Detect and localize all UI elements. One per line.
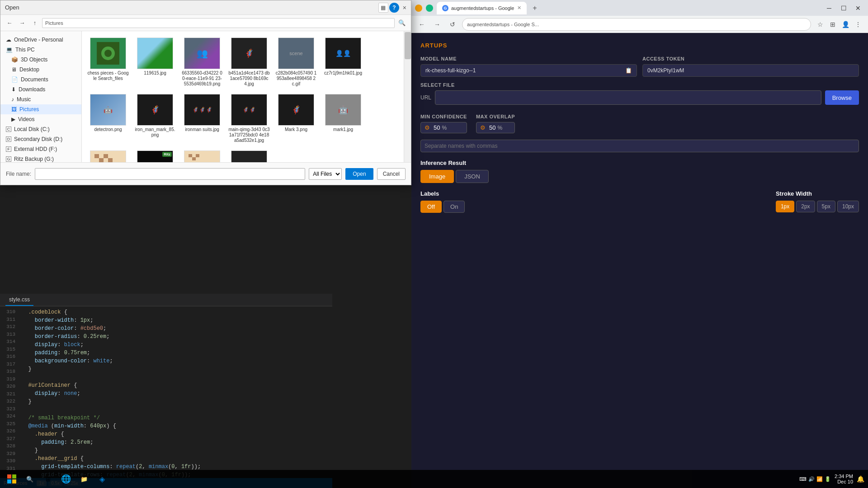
file-item[interactable]: scene c282b084c057490 1953a8ee4898458 2c… bbox=[274, 35, 319, 89]
file-item[interactable]: 119615.jpg bbox=[132, 35, 178, 89]
tab-close-button[interactable]: ✕ bbox=[517, 5, 521, 11]
file-item[interactable]: 🦸 Mark 3.png bbox=[274, 91, 319, 146]
sidebar-item-videos[interactable]: ▶ Videos bbox=[0, 114, 81, 124]
file-item[interactable]: Ritz +3 Ritz detection.png bbox=[132, 148, 178, 162]
taskbar-right: ⌨ 🔊 📶 🔋 2:34 PM Dec 10 🔔 bbox=[799, 474, 864, 484]
browser-tab[interactable]: G augmentedstartups - Google S... ✕ bbox=[437, 2, 527, 14]
search-taskbar-button[interactable]: 🔍 bbox=[22, 471, 38, 487]
file-item[interactable]: 🦸🦸🦸 ironman suits.jpg bbox=[179, 91, 225, 146]
window-minimize-button[interactable]: ─ bbox=[823, 2, 835, 14]
stroke-1px-button[interactable]: 1px bbox=[776, 201, 794, 212]
nav-back-button[interactable]: ← bbox=[4, 18, 15, 28]
taskbar-clock[interactable]: 2:34 PM Dec 10 bbox=[835, 474, 853, 484]
sidebar-item-secondary-d[interactable]: D Secondary Disk (D:) bbox=[0, 134, 81, 144]
code-text[interactable]: .codeblock { border-width: 1px; border-c… bbox=[18, 306, 332, 488]
file-thumbnail: 🦸🦸 bbox=[231, 94, 267, 126]
file-item[interactable]: 🤖 detectron.png bbox=[85, 91, 131, 146]
edge-button[interactable]: 🌐 bbox=[58, 471, 74, 487]
forward-button[interactable]: → bbox=[431, 19, 443, 30]
labels-off-button[interactable]: Off bbox=[420, 201, 442, 213]
select-file-section: Select File URL Browse bbox=[420, 82, 859, 105]
drive-icon: C bbox=[6, 127, 11, 132]
nav-up-button[interactable]: ↑ bbox=[29, 18, 40, 28]
code-editor: style.css 310311312313314 31531631731831… bbox=[0, 294, 332, 488]
nav-forward-button[interactable]: → bbox=[17, 18, 28, 28]
filename-input[interactable] bbox=[35, 168, 305, 180]
sidebar-item-external-f[interactable]: F External HDD (F:) bbox=[0, 144, 81, 154]
file-item[interactable]: chess pieces - Google Search_files bbox=[85, 35, 131, 89]
file-item[interactable]: 👥 social distancing gif.gif bbox=[226, 148, 272, 162]
settings-icon[interactable]: ⋮ bbox=[853, 19, 863, 30]
minimize-button[interactable] bbox=[415, 5, 422, 12]
inference-result-section: Inference Result Image JSON bbox=[420, 160, 859, 183]
sidebar-item-desktop[interactable]: 🖥 Desktop bbox=[0, 65, 81, 75]
back-button[interactable]: ← bbox=[416, 19, 428, 30]
pc-icon: 💻 bbox=[6, 47, 13, 53]
file-item[interactable]: original.jpg bbox=[85, 148, 131, 162]
stroke-2px-button[interactable]: 2px bbox=[796, 201, 815, 212]
json-button[interactable]: JSON bbox=[456, 170, 489, 183]
sidebar-item-label: Music bbox=[17, 96, 31, 103]
svg-rect-5 bbox=[99, 154, 104, 158]
sidebar-item-3dobjects[interactable]: 📦 3D Objects bbox=[0, 55, 81, 65]
sidebar-item-pictures[interactable]: 🖼 Pictures bbox=[0, 104, 81, 114]
stroke-10px-button[interactable]: 10px bbox=[837, 201, 859, 212]
sidebar-item-local-c[interactable]: C Local Disk (C:) bbox=[0, 124, 81, 134]
search-button[interactable]: 🔍 bbox=[396, 18, 407, 28]
notification-button[interactable]: 🔔 bbox=[857, 475, 864, 483]
scrollbar[interactable] bbox=[404, 31, 411, 162]
sidebar-item-onedrive[interactable]: ☁ OneDrive - Personal bbox=[0, 35, 81, 45]
folder-taskbar-button[interactable]: 📁 bbox=[76, 471, 92, 487]
filetype-select[interactable]: All Files bbox=[309, 168, 342, 180]
extensions-icon[interactable]: ⊞ bbox=[827, 19, 838, 30]
file-item[interactable]: 👥 66335560-d34222 00-eace-11e9-91 23-553… bbox=[179, 35, 225, 89]
stroke-5px-button[interactable]: 5px bbox=[817, 201, 835, 212]
copy-model-button[interactable]: 📋 bbox=[625, 67, 632, 74]
image-button[interactable]: Image bbox=[420, 170, 454, 183]
help-button[interactable]: ? bbox=[389, 3, 399, 13]
file-thumbnail: 🦸 bbox=[231, 38, 267, 69]
sidebar-item-music[interactable]: ♪ Music bbox=[0, 94, 81, 104]
reload-button[interactable]: ↺ bbox=[447, 19, 458, 30]
vscode-button[interactable]: ◈ bbox=[94, 471, 110, 487]
new-tab-button[interactable]: + bbox=[528, 2, 541, 14]
labels-on-button[interactable]: On bbox=[443, 201, 465, 213]
inference-buttons: Image JSON bbox=[420, 170, 859, 183]
tray-icon-1: ⌨ bbox=[799, 476, 807, 482]
url-bar[interactable]: augmentedstartups - Google S... bbox=[462, 18, 811, 31]
window-restore-button[interactable]: ☐ bbox=[837, 2, 850, 14]
file-item[interactable]: 🦸 b451a1d4ce1473 db1ace57090 8b169c4.jpg bbox=[226, 35, 272, 89]
view-icon[interactable]: ▦ bbox=[378, 3, 388, 13]
file-item[interactable]: 🤖 mark1.jpg bbox=[321, 91, 366, 146]
bookmark-icon[interactable]: ☆ bbox=[815, 19, 826, 30]
sidebar-item-label: This PC bbox=[15, 47, 35, 53]
file-item[interactable]: Screenshot 2020-12-10 070834.png bbox=[179, 148, 225, 162]
sidebar-item-ritz-g[interactable]: G Ritz Backup (G:) bbox=[0, 154, 81, 162]
stroke-width-buttons: 1px 2px 5px 10px bbox=[776, 201, 859, 212]
sidebar-item-label: Ritz Backup (G:) bbox=[14, 156, 54, 162]
svg-rect-11 bbox=[108, 158, 113, 162]
max-overlap-section: Max Overlap ⚙ 50 % bbox=[476, 114, 515, 133]
sidebar-item-documents[interactable]: 📄 Documents bbox=[0, 75, 81, 84]
file-grid: chess pieces - Google Search_files 11961… bbox=[85, 35, 407, 162]
taskview-button[interactable]: ⊞ bbox=[40, 471, 56, 487]
sidebar-item-downloads[interactable]: ⬇ Downloads bbox=[0, 84, 81, 94]
cancel-button[interactable]: Cancel bbox=[377, 168, 406, 180]
dialog-close-button[interactable]: × bbox=[403, 4, 406, 11]
browse-button[interactable]: Browse bbox=[825, 90, 859, 105]
min-confidence-section: Min Confidence ⚙ 50 % bbox=[420, 114, 467, 133]
file-item[interactable]: 👤👤 cz7r1j9m1hk01.jpg bbox=[321, 35, 366, 89]
file-item[interactable]: 🦸 iron_man_mark_85.png bbox=[132, 91, 178, 146]
start-button[interactable] bbox=[4, 471, 20, 487]
editor-tab[interactable]: style.css bbox=[5, 294, 33, 306]
maximize-button[interactable] bbox=[426, 5, 433, 12]
sidebar-item-thispc[interactable]: 💻 This PC bbox=[0, 45, 81, 55]
profile-icon[interactable]: 👤 bbox=[840, 19, 851, 30]
min-confidence-value: 50 bbox=[434, 124, 440, 131]
url-input[interactable] bbox=[435, 90, 821, 105]
window-close-button[interactable]: ✕ bbox=[852, 2, 864, 14]
file-item[interactable]: 🦸🦸 main-qimg-3d43 0c31a71f725bdc0 4e18a5… bbox=[226, 91, 272, 146]
pictures-icon: 🖼 bbox=[11, 106, 17, 113]
tags-input[interactable] bbox=[420, 140, 859, 152]
open-button[interactable]: Open bbox=[345, 168, 373, 180]
